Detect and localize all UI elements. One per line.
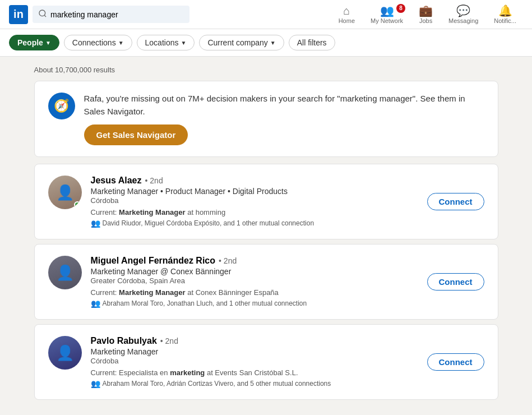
mutual-connections: 👥 Abraham Moral Toro, Jonathan Lluch, an… [91,299,418,308]
promo-text: Rafa, you're missing out on 7M+ decision… [84,93,484,118]
person-name-line: Jesus Alaez • 2nd [91,176,418,186]
get-sales-navigator-button[interactable]: Get Sales Navigator [84,125,188,145]
person-location: Córdoba [91,196,418,205]
current-company-chevron-icon: ▼ [270,40,276,46]
person-title: Marketing Manager [91,347,418,356]
nav-label-jobs: Jobs [419,17,432,24]
notifications-icon: 🔔 [498,5,512,16]
avatar: 👤 [48,176,82,209]
main-content: About 10,700,000 results 🧭 Rafa, you're … [25,57,507,413]
current-company-filter-btn[interactable]: Current company ▼ [199,35,284,50]
locations-filter-btn[interactable]: Locations ▼ [137,35,195,50]
person-location: Greater Córdoba, Spain Area [91,276,418,285]
all-filters-label: All filters [297,38,327,47]
nav-item-messaging[interactable]: 💬 Messaging [442,5,485,24]
person-name[interactable]: Pavlo Rabulyak [91,336,157,346]
jobs-icon: 💼 [419,5,433,16]
people-chevron-icon: ▼ [45,40,51,46]
person-info: Miguel Angel Fernández Rico • 2nd Market… [91,256,418,308]
person-card: 👤 Miguel Angel Fernández Rico • 2nd Mark… [34,244,498,320]
online-status-dot [74,201,81,208]
avatar-image: 👤 [48,336,82,370]
person-title: Marketing Manager @ Conex Bänninger [91,267,418,276]
header: in ⌂ Home 👥 8 My Network 💼 Jobs 💬 Messag… [0,0,532,29]
current-role-suffix: at homming [187,208,225,216]
main-nav: ⌂ Home 👥 8 My Network 💼 Jobs 💬 Messaging… [332,5,523,24]
mutual-connections: 👥 David Riudor, Miguel Córdoba Expósito,… [91,219,418,228]
svg-point-0 [39,10,45,16]
current-role-suffix: at Conex Bänninger España [187,288,279,297]
connections-chevron-icon: ▼ [118,40,124,46]
current-role-suffix: at Events San Cristóbal S.L. [207,368,298,377]
people-filter-label: People [17,38,43,47]
nav-label-notifications: Notific... [494,17,516,24]
person-name-line: Miguel Angel Fernández Rico • 2nd [91,256,418,266]
connect-button[interactable]: Connect [427,353,484,371]
search-icon [38,9,47,20]
person-current: Current: Especialista en marketing at Ev… [91,368,418,377]
avatar-image: 👤 [48,256,82,289]
person-name-line: Pavlo Rabulyak • 2nd [91,336,418,346]
nav-label-home: Home [339,17,355,24]
mutual-text: Abraham Moral Toro, Jonathan Lluch, and … [103,299,307,307]
connect-button[interactable]: Connect [427,273,484,290]
current-company-filter-label: Current company [207,38,267,47]
connection-degree: • 2nd [219,256,237,265]
locations-chevron-icon: ▼ [181,40,186,46]
mutual-icon: 👥 [91,219,100,228]
connections-filter-label: Connections [72,38,116,47]
connections-filter-btn[interactable]: Connections ▼ [64,35,132,50]
avatar: 👤 [48,336,82,370]
nav-label-my-network: My Network [371,17,403,24]
current-role-bold: Marketing Manager [119,208,185,216]
person-card: 👤 Jesus Alaez • 2nd Marketing Manager • … [34,164,498,239]
mutual-icon: 👥 [91,379,100,388]
results-count: About 10,700,000 results [34,66,498,74]
avatar: 👤 [48,256,82,289]
search-bar [33,6,189,23]
connection-degree: • 2nd [145,176,163,185]
current-prefix: Current: [91,208,117,216]
person-card: 👤 Pavlo Rabulyak • 2nd Marketing Manager… [34,324,498,400]
mutual-connections: 👥 Abraham Moral Toro, Adrián Cortizas Vi… [91,379,418,388]
my-network-icon: 👥 [380,5,394,16]
network-badge: 8 [396,4,405,13]
nav-item-my-network[interactable]: 👥 8 My Network [364,5,410,24]
current-prefix: Current: [91,288,117,297]
person-title: Marketing Manager • Product Manager • Di… [91,187,418,196]
connection-degree: • 2nd [160,336,178,345]
people-filter-btn[interactable]: People ▼ [9,35,59,50]
person-info: Pavlo Rabulyak • 2nd Marketing Manager C… [91,336,418,388]
person-current: Current: Marketing Manager at Conex Bänn… [91,288,418,297]
search-input[interactable] [50,10,184,19]
promo-card: 🧭 Rafa, you're missing out on 7M+ decisi… [34,81,498,157]
promo-icon: 🧭 [48,93,75,119]
mutual-icon: 👥 [91,299,100,308]
svg-line-1 [44,15,46,17]
nav-item-notifications[interactable]: 🔔 Notific... [487,5,523,24]
person-name[interactable]: Jesus Alaez [91,176,142,186]
locations-filter-label: Locations [145,38,179,47]
linkedin-logo[interactable]: in [9,5,28,24]
current-role-bold: marketing [170,368,205,377]
home-icon: ⌂ [343,5,350,16]
nav-label-messaging: Messaging [448,17,478,24]
person-current: Current: Marketing Manager at homming [91,208,418,216]
person-location: Córdoba [91,357,418,365]
filter-bar: People ▼ Connections ▼ Locations ▼ Curre… [0,29,532,57]
all-filters-btn[interactable]: All filters [289,35,335,50]
messaging-icon: 💬 [456,5,470,16]
person-name[interactable]: Miguel Angel Fernández Rico [91,256,216,266]
connect-button[interactable]: Connect [427,193,484,210]
promo-content: Rafa, you're missing out on 7M+ decision… [84,93,484,145]
current-role-bold: Marketing Manager [119,288,185,297]
nav-item-home[interactable]: ⌂ Home [332,5,362,24]
nav-item-jobs[interactable]: 💼 Jobs [412,5,440,24]
person-info: Jesus Alaez • 2nd Marketing Manager • Pr… [91,176,418,228]
current-prefix: Current: Especialista en [91,368,168,377]
mutual-text: David Riudor, Miguel Córdoba Expósito, a… [103,219,314,227]
mutual-text: Abraham Moral Toro, Adrián Cortizas Vive… [103,380,331,388]
